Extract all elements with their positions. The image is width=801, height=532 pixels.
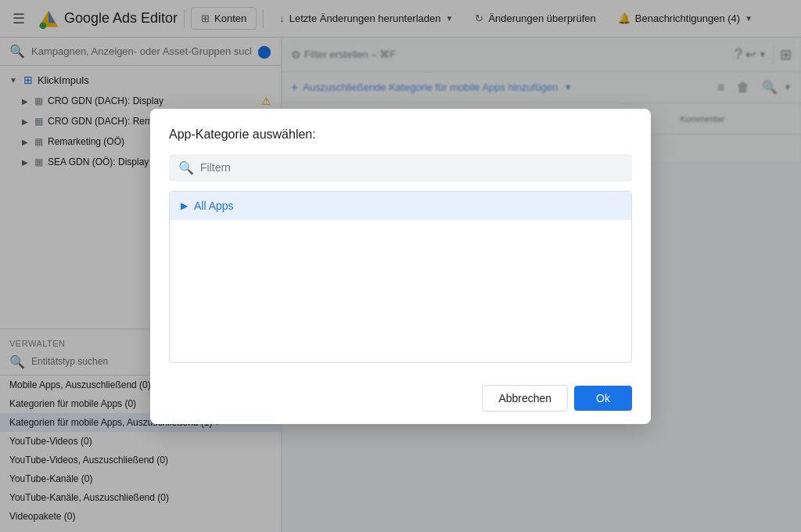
dialog-search-input[interactable] <box>200 161 623 174</box>
dialog-body: App-Kategorie auswählen: 🔍 ▶ All Apps <box>150 109 651 376</box>
dialog-list-item-0[interactable]: ▶ All Apps <box>170 192 631 220</box>
cancel-button[interactable]: Abbrechen <box>482 385 568 412</box>
dialog-footer: Abbrechen Ok <box>150 376 651 424</box>
dialog-item-label-0: All Apps <box>194 200 234 212</box>
dialog-overlay: App-Kategorie auswählen: 🔍 ▶ All Apps Ab… <box>0 0 801 532</box>
dialog-item-chevron-icon: ▶ <box>181 200 188 211</box>
dialog-title: App-Kategorie auswählen: <box>169 128 632 142</box>
ok-button[interactable]: Ok <box>574 386 632 411</box>
category-dialog: App-Kategorie auswählen: 🔍 ▶ All Apps Ab… <box>150 109 651 424</box>
dialog-list: ▶ All Apps <box>169 191 632 363</box>
dialog-search-bar: 🔍 <box>169 154 632 182</box>
dialog-search-icon: 🔍 <box>178 160 194 175</box>
